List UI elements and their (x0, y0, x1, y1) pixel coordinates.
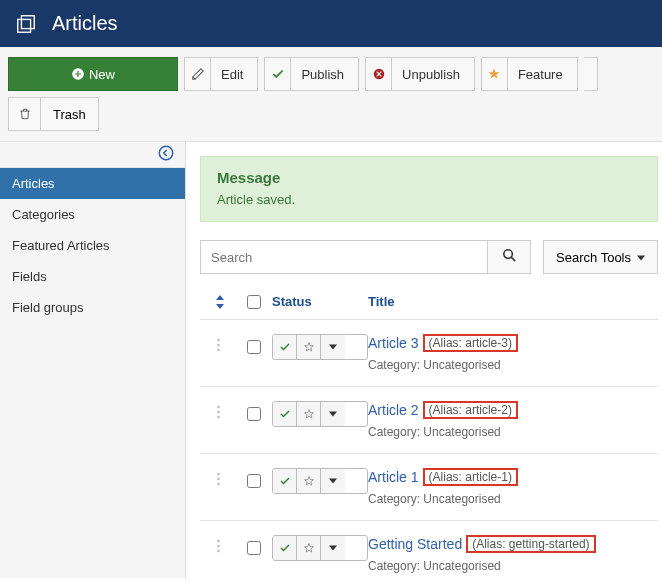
edit-button-label: Edit (221, 67, 243, 82)
article-title-link[interactable]: Article 2 (368, 402, 419, 418)
sidebar-item-articles[interactable]: Articles (0, 168, 185, 199)
article-category: Category: Uncategorised (368, 559, 654, 573)
overflow-button[interactable] (584, 57, 598, 91)
edit-button[interactable]: Edit (184, 57, 258, 91)
search-submit-button[interactable] (487, 240, 531, 274)
svg-rect-0 (18, 19, 31, 32)
status-dropdown-button[interactable] (321, 536, 345, 560)
search-group (200, 240, 531, 274)
article-category: Category: Uncategorised (368, 358, 654, 372)
drag-handle-icon[interactable] (204, 468, 236, 486)
search-tools-button[interactable]: Search Tools (543, 240, 658, 274)
table-header: Status Title (200, 288, 658, 320)
feature-button[interactable]: Feature (481, 57, 578, 91)
status-published-button[interactable] (273, 536, 297, 560)
sidebar-item-label: Categories (12, 207, 75, 222)
status-featured-button[interactable] (297, 536, 321, 560)
sort-order-icon[interactable] (204, 295, 236, 309)
svg-point-8 (217, 349, 220, 352)
search-icon (501, 247, 518, 267)
sidebar-item-featured[interactable]: Featured Articles (0, 230, 185, 261)
status-published-button[interactable] (273, 335, 297, 359)
toolbar: New Edit Publish Unpublish Feature (0, 47, 662, 142)
article-title-link[interactable]: Getting Started (368, 536, 462, 552)
article-alias: (Alias: article-2) (423, 401, 518, 419)
column-status[interactable]: Status (272, 294, 368, 309)
trash-icon (9, 98, 41, 130)
unpublish-button[interactable]: Unpublish (365, 57, 475, 91)
article-alias: (Alias: article-1) (423, 468, 518, 486)
rows-container: Article 3 (Alias: article-3) Category: U… (200, 320, 658, 578)
message-text: Article saved. (217, 192, 641, 207)
new-button[interactable]: New (8, 57, 178, 91)
title-cell: Article 2 (Alias: article-2) Category: U… (368, 401, 654, 439)
row-checkbox[interactable] (236, 535, 272, 555)
table-row: Article 3 (Alias: article-3) Category: U… (200, 320, 658, 387)
sidebar-collapse-bar (0, 142, 185, 168)
status-featured-button[interactable] (297, 335, 321, 359)
collapse-icon[interactable] (157, 144, 175, 165)
sidebar-item-label: Fields (12, 269, 47, 284)
row-checkbox[interactable] (236, 334, 272, 354)
svg-point-4 (159, 146, 173, 160)
svg-point-5 (503, 250, 512, 259)
article-title-link[interactable]: Article 3 (368, 335, 419, 351)
select-all-checkbox[interactable] (236, 295, 272, 309)
search-row: Search Tools (200, 240, 658, 274)
stack-icon (12, 10, 40, 38)
status-published-button[interactable] (273, 402, 297, 426)
search-input[interactable] (200, 240, 487, 274)
row-checkbox[interactable] (236, 401, 272, 421)
sidebar-item-label: Featured Articles (12, 238, 110, 253)
article-category: Category: Uncategorised (368, 492, 654, 506)
plus-icon (71, 58, 85, 90)
sidebar-item-fields[interactable]: Fields (0, 261, 185, 292)
svg-point-16 (217, 545, 220, 548)
table-row: Article 2 (Alias: article-2) Category: U… (200, 387, 658, 454)
main: Articles Categories Featured Articles Fi… (0, 142, 662, 578)
sidebar: Articles Categories Featured Articles Fi… (0, 142, 186, 578)
svg-point-12 (217, 473, 220, 476)
publish-button[interactable]: Publish (264, 57, 359, 91)
status-cell (272, 535, 368, 561)
status-featured-button[interactable] (297, 402, 321, 426)
drag-handle-icon[interactable] (204, 535, 236, 553)
status-published-button[interactable] (273, 469, 297, 493)
page-header: Articles (0, 0, 662, 47)
table-row: Article 1 (Alias: article-1) Category: U… (200, 454, 658, 521)
message-box: Message Article saved. (200, 156, 658, 222)
svg-point-9 (217, 406, 220, 409)
status-dropdown-button[interactable] (321, 335, 345, 359)
drag-handle-icon[interactable] (204, 334, 236, 352)
svg-point-15 (217, 540, 220, 543)
status-cell (272, 334, 368, 360)
svg-point-7 (217, 344, 220, 347)
status-dropdown-button[interactable] (321, 402, 345, 426)
column-title[interactable]: Title (368, 294, 654, 309)
drag-handle-icon[interactable] (204, 401, 236, 419)
svg-point-6 (217, 339, 220, 342)
feature-button-label: Feature (518, 67, 563, 82)
publish-button-label: Publish (301, 67, 344, 82)
table-row: Getting Started (Alias: getting-started)… (200, 521, 658, 578)
svg-point-10 (217, 411, 220, 414)
svg-rect-1 (21, 15, 34, 28)
title-cell: Article 1 (Alias: article-1) Category: U… (368, 468, 654, 506)
trash-button[interactable]: Trash (8, 97, 99, 131)
content: Message Article saved. Search Tools (186, 142, 662, 578)
sidebar-item-categories[interactable]: Categories (0, 199, 185, 230)
svg-point-17 (217, 550, 220, 553)
row-checkbox[interactable] (236, 468, 272, 488)
article-alias: (Alias: getting-started) (466, 535, 595, 553)
article-alias: (Alias: article-3) (423, 334, 518, 352)
pencil-icon (185, 58, 211, 90)
article-title-link[interactable]: Article 1 (368, 469, 419, 485)
sidebar-item-fieldgroups[interactable]: Field groups (0, 292, 185, 323)
status-featured-button[interactable] (297, 469, 321, 493)
trash-button-label: Trash (41, 107, 98, 122)
caret-down-icon (637, 250, 645, 265)
title-cell: Article 3 (Alias: article-3) Category: U… (368, 334, 654, 372)
svg-point-14 (217, 483, 220, 486)
status-dropdown-button[interactable] (321, 469, 345, 493)
unpublish-button-label: Unpublish (402, 67, 460, 82)
